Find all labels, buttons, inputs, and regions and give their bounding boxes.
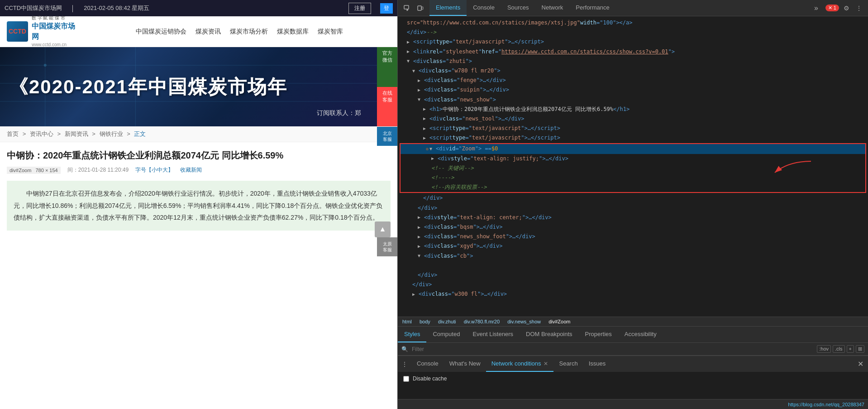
tab-event-listeners[interactable]: Event Listeners xyxy=(466,327,520,342)
disable-cache-checkbox[interactable] xyxy=(403,376,409,382)
devtools-settings: ✕ 1 ⚙ ⋮ xyxy=(822,3,868,14)
drawer-tab-whats-new[interactable]: What's New xyxy=(444,356,486,372)
html-line[interactable]: ▶ <script type="text/javascript">…</scri… xyxy=(398,133,868,143)
article-area: 中钢协：2020年重点统计钢铁企业利润总额2074亿元 同比增长6.59% di… xyxy=(0,142,397,242)
html-line[interactable]: ▶ <div style="text-align: center;">…</di… xyxy=(398,213,868,222)
nav-item-5[interactable]: 煤炭智库 xyxy=(318,28,343,36)
html-line[interactable]: ▶ <link rel="stylesheet" href="https://w… xyxy=(398,47,868,57)
tab-sources[interactable]: Sources xyxy=(501,0,535,16)
settings-icon[interactable]: ⚙ xyxy=(841,3,852,14)
device-toggle-icon[interactable] xyxy=(415,3,426,14)
more-tabs-icon[interactable]: » xyxy=(811,4,822,12)
devtools-toolbar: Elements Console Sources Network Perform… xyxy=(398,0,868,16)
tab-accessibility[interactable]: Accessibility xyxy=(618,327,663,342)
tab-styles[interactable]: Styles xyxy=(398,327,426,342)
bc-div-zhuti[interactable]: div.zhuti xyxy=(438,319,456,324)
website-panel: CCTD中国煤炭市场网 │ 2021-02-05 08:42 星期五 注册 登 … xyxy=(0,0,397,409)
tab-properties[interactable]: Properties xyxy=(579,327,618,342)
html-line[interactable]: ▼ <div class="cb"> xyxy=(398,251,868,261)
official-badge: 官方微信 xyxy=(377,47,397,87)
nav-item-4[interactable]: 煤炭数据库 xyxy=(277,28,309,36)
html-line[interactable]: <!----> xyxy=(401,173,865,183)
bc-html[interactable]: html xyxy=(402,319,412,324)
bc-div-news-show[interactable]: div.news_show xyxy=(507,319,541,324)
html-line[interactable]: <!-- 关键词--> xyxy=(401,164,865,173)
html-line[interactable]: </div> --> xyxy=(398,28,868,37)
status-bar: https://blog.csdn.net/qq_20288347 xyxy=(398,399,868,409)
html-line[interactable]: ▶ <div class="w300 fl">…</div> xyxy=(398,289,868,299)
banner-side-btns: 官方微信 在线客服 xyxy=(377,47,397,126)
html-line[interactable]: ▼ <div class="news_show"> xyxy=(398,95,868,105)
register-button[interactable]: 注册 xyxy=(348,3,371,14)
online-service-btn[interactable]: 在线客服 xyxy=(377,87,397,127)
html-line[interactable]: ▶ <div class="news_tool">…</div> xyxy=(398,114,868,124)
html-line[interactable]: ▶ <h1>中钢协：2020年重点统计钢铁企业利润总额2074亿元 同比增长6.… xyxy=(398,105,868,114)
html-line[interactable]: </div> xyxy=(398,203,868,213)
tab-network[interactable]: Network xyxy=(535,0,570,16)
close-network-conditions-icon[interactable]: ✕ xyxy=(544,361,548,367)
tab-performance[interactable]: Performance xyxy=(569,0,615,16)
html-line[interactable]: ▶ <div class="xgyd">…</div> xyxy=(398,241,868,251)
cls-button[interactable]: .cls xyxy=(833,345,845,353)
html-line[interactable]: </div> xyxy=(398,193,868,203)
float-btn-beijing[interactable]: 北京客服 xyxy=(377,127,397,146)
save-news-btn[interactable]: 收藏新闻 xyxy=(180,166,202,174)
drawer-menu-icon[interactable]: ⋮ xyxy=(398,356,411,372)
plus-button[interactable]: + xyxy=(847,345,854,353)
drawer-tab-search[interactable]: Search xyxy=(553,356,583,372)
tab-elements[interactable]: Elements xyxy=(429,0,467,16)
html-line[interactable]: ▶ <div class="suipin">…</div> xyxy=(398,85,868,95)
bc-div-zoom[interactable]: div#Zoom xyxy=(548,319,570,324)
svg-point-5 xyxy=(44,64,47,67)
filter-input[interactable] xyxy=(412,346,813,352)
breadcrumb-home[interactable]: 首页 xyxy=(7,130,19,137)
breadcrumb-industry[interactable]: 钢铁行业 xyxy=(100,130,123,137)
html-line[interactable]: ▶ <script type="text/javascript">…</scri… xyxy=(398,124,868,133)
nav-item-1[interactable]: 中国煤炭运销协会 xyxy=(136,28,186,36)
site-title: CCTD中国煤炭市场网 xyxy=(5,4,62,12)
breadcrumb-news[interactable]: 新闻资讯 xyxy=(65,130,88,137)
login-button[interactable]: 登 xyxy=(380,3,393,14)
html-line[interactable]: ▶ <div class="news_show_foot">…</div> xyxy=(398,232,868,241)
float-btn-taiyuan[interactable]: 太原客服 xyxy=(377,237,397,256)
html-line[interactable]: ▶ <script type="text/javascript">…</scri… xyxy=(398,37,868,47)
html-line[interactable]: ▼ <div class="w780 fl mr20"> xyxy=(398,66,868,76)
inspect-element-icon[interactable] xyxy=(401,3,412,14)
bc-div-w780[interactable]: div.w780.fl.mr20 xyxy=(464,319,500,324)
html-line[interactable]: </div> xyxy=(398,280,868,289)
drawer-tab-network-conditions[interactable]: Network conditions ✕ xyxy=(486,356,554,372)
breadcrumb-info[interactable]: 资讯中心 xyxy=(30,130,53,137)
tab-computed[interactable]: Computed xyxy=(426,327,466,342)
html-line[interactable]: src="https://www.cctd.com.cn/statics/ima… xyxy=(398,18,868,28)
drawer-tab-issues[interactable]: Issues xyxy=(583,356,611,372)
selected-div-zoom[interactable]: ● ▼ <div id="Zoom"> == $0 xyxy=(401,144,865,154)
hov-button[interactable]: :hov xyxy=(817,345,831,353)
filter-bar: 🔍 :hov .cls + ⊞ xyxy=(398,343,868,356)
html-line[interactable] xyxy=(398,261,868,270)
separator: │ xyxy=(71,5,75,12)
expand-button[interactable]: ⊞ xyxy=(856,345,864,353)
styles-tabs-bar: Styles Computed Event Listeners DOM Brea… xyxy=(398,327,868,343)
drawer-tab-console[interactable]: Console xyxy=(411,356,444,372)
article-content: 中钢协27日在北京召开信息发布会，介绍2020年钢铁行业运行情况。初步统计，20… xyxy=(7,181,391,231)
font-size-ctrl[interactable]: 字号【小中大】 xyxy=(135,166,173,174)
nav-item-2[interactable]: 煤炭资讯 xyxy=(196,28,221,36)
banner: 《2020-2021年中国煤炭市场年 订阅联系人：郑 官方微信 在线客服 xyxy=(0,47,397,126)
elements-panel[interactable]: src="https://www.cctd.com.cn/statics/ima… xyxy=(398,16,868,317)
html-line[interactable]: ▶ <div class="bqsm">…</div> xyxy=(398,222,868,232)
html-line[interactable]: ▼ <div class="zhuti"> xyxy=(398,57,868,66)
tab-dom-breakpoints[interactable]: DOM Breakpoints xyxy=(520,327,579,342)
more-options-icon[interactable]: ⋮ xyxy=(854,3,864,14)
close-drawer-icon[interactable]: ✕ xyxy=(853,356,868,372)
svg-rect-8 xyxy=(418,6,421,10)
bc-body[interactable]: body xyxy=(420,319,430,324)
nav-item-3[interactable]: 煤炭市场分析 xyxy=(230,28,268,36)
html-line[interactable]: </div> xyxy=(398,270,868,280)
tab-console[interactable]: Console xyxy=(467,0,501,16)
html-line[interactable]: ▶ <div class="fenge">…</div> xyxy=(398,76,868,85)
html-line[interactable]: <!--内容关联投票--> xyxy=(401,183,865,192)
status-url: https://blog.csdn.net/qq_20288347 xyxy=(788,402,864,407)
svg-point-6 xyxy=(134,82,137,85)
html-line[interactable]: ▶ <div style="text-align: justify;">…</d… xyxy=(401,154,865,164)
banner-sub: 订阅联系人：郑 xyxy=(317,109,361,117)
